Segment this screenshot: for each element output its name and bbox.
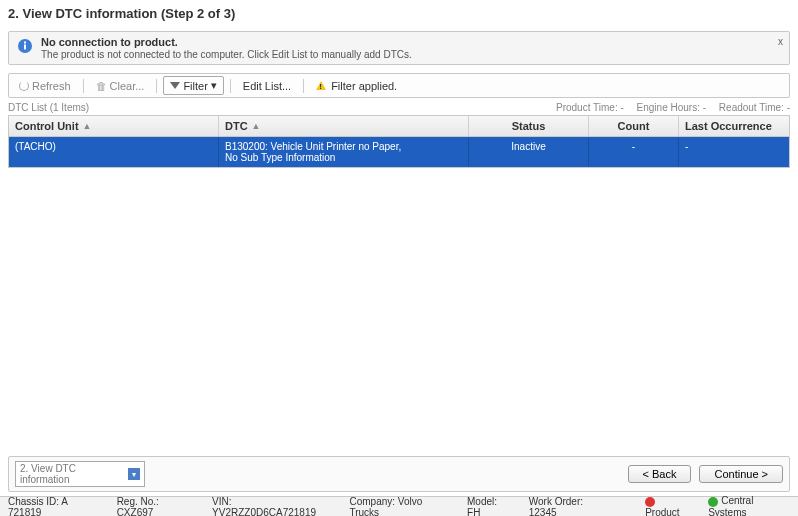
col-status[interactable]: Status [469,116,589,136]
info-title: No connection to product. [41,36,178,48]
info-text: No connection to product. The product is… [41,36,412,60]
footer-nav: 2. View DTC information ▾ < Back Continu… [8,456,790,492]
dtc-line1: B130200: Vehicle Unit Printer no Paper, [225,141,401,152]
refresh-label: Refresh [32,80,71,92]
chevron-down-icon: ▾ [211,79,217,92]
filter-label: Filter [183,80,207,92]
col-dtc[interactable]: DTC▲ [219,116,469,136]
meta-right: Product Time: - Engine Hours: - Readout … [546,102,790,113]
separator [83,79,84,93]
sort-icon: ▲ [83,121,92,131]
status-bar: Chassis ID: A 721819 Reg. No.: CXZ697 VI… [0,496,798,516]
table-row[interactable]: (TACHO) B130200: Vehicle Unit Printer no… [9,137,789,167]
readout-time: Readout Time: - [719,102,790,113]
close-icon[interactable]: x [778,36,783,47]
back-button[interactable]: < Back [628,465,692,483]
cell-last: - [679,137,789,167]
cell-dtc: B130200: Vehicle Unit Printer no Paper, … [219,137,469,167]
page-title: 2. View DTC information (Step 2 of 3) [8,6,790,21]
col-count-label: Count [618,120,650,132]
meta-row: DTC List (1 Items) Product Time: - Engin… [8,102,790,113]
cell-status: Inactive [469,137,589,167]
svg-rect-2 [24,42,26,44]
product-status-label: Product [645,507,679,516]
sort-icon: ▲ [252,121,261,131]
info-banner: No connection to product. The product is… [8,31,790,65]
filter-applied-label: Filter applied. [310,78,403,94]
col-last-label: Last Occurrence [685,120,772,132]
funnel-icon [170,82,180,89]
separator [230,79,231,93]
status-company: Company: Volvo Trucks [349,496,449,517]
col-control-unit-label: Control Unit [15,120,79,132]
status-chassis: Chassis ID: A 721819 [8,496,99,517]
toolbar: Refresh 🗑Clear... Filter ▾ Edit List... … [8,73,790,98]
col-status-label: Status [512,120,546,132]
col-dtc-label: DTC [225,120,248,132]
status-reg: Reg. No.: CXZ697 [117,496,194,517]
product-time: Product Time: - [556,102,624,113]
cell-control-unit: (TACHO) [9,137,219,167]
col-count[interactable]: Count [589,116,679,136]
info-subtitle: The product is not connected to the comp… [41,49,412,60]
dtc-table: Control Unit▲ DTC▲ Status Count Last Occ… [8,115,790,168]
cell-count: - [589,137,679,167]
trash-icon: 🗑 [96,80,107,92]
continue-button[interactable]: Continue > [699,465,783,483]
status-central: Central Systems [708,495,790,516]
clear-label: Clear... [110,80,145,92]
step-selector[interactable]: 2. View DTC information ▾ [15,461,145,487]
table-header: Control Unit▲ DTC▲ Status Count Last Occ… [9,116,789,137]
product-status-icon [645,497,655,507]
separator [156,79,157,93]
status-model: Model: FH [467,496,511,517]
filter-applied-text: Filter applied. [331,80,397,92]
status-vin: VIN: YV2RZZ0D6CA721819 [212,496,331,517]
refresh-icon [19,81,29,91]
svg-rect-1 [24,45,26,50]
dtc-list-count: DTC List (1 Items) [8,102,89,113]
engine-hours: Engine Hours: - [637,102,706,113]
chevron-down-icon: ▾ [128,468,140,480]
status-workorder: Work Order: 12345 [529,496,609,517]
clear-button[interactable]: 🗑Clear... [90,78,151,94]
refresh-button[interactable]: Refresh [13,78,77,94]
status-product: Product [645,495,690,516]
page-header: 2. View DTC information (Step 2 of 3) [0,0,798,27]
col-control-unit[interactable]: Control Unit▲ [9,116,219,136]
nav-buttons: < Back Continue > [628,465,783,483]
info-icon [17,38,33,54]
col-last-occurrence[interactable]: Last Occurrence [679,116,789,136]
filter-dropdown[interactable]: Filter ▾ [163,76,223,95]
dtc-line2: No Sub Type Information [225,152,462,163]
warning-icon [316,81,326,90]
central-status-icon [708,497,718,507]
edit-list-button[interactable]: Edit List... [237,78,297,94]
separator [303,79,304,93]
step-label: 2. View DTC information [20,463,124,485]
